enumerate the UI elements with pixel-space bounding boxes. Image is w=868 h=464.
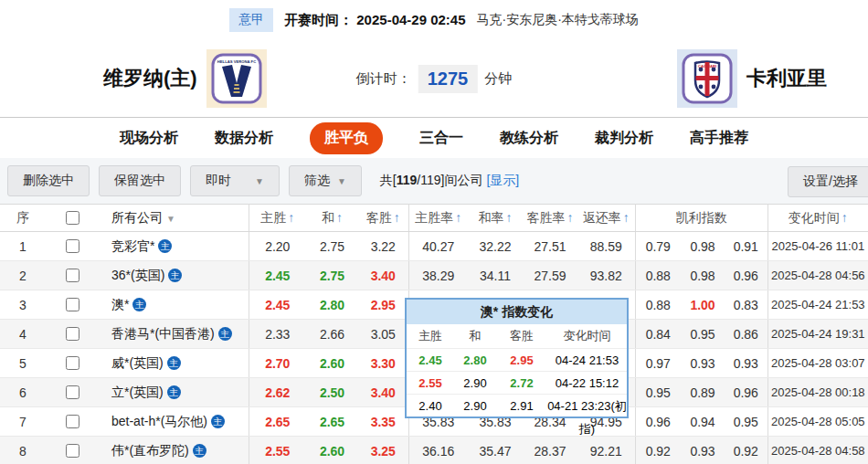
- company-name: 36*(英国): [111, 268, 164, 282]
- row-checkbox-cell: [46, 261, 99, 290]
- rate-home: 40.27: [408, 232, 468, 261]
- rate-draw: 32.22: [468, 232, 523, 261]
- home-team-logo: HELLAS VERONA FC: [206, 49, 267, 108]
- change-time: 2025-04-28 04:58: [767, 437, 868, 464]
- row-seq: 8: [0, 437, 46, 464]
- odds-away-win: 3.40: [358, 378, 408, 407]
- change-time-label: 变化时间: [789, 210, 840, 225]
- company-name-cell[interactable]: 伟*(直布罗陀)主: [99, 437, 249, 464]
- odds-home-win: 2.45: [249, 261, 306, 290]
- change-time: 2025-04-24 21:53: [767, 290, 868, 320]
- col-header-draw-rate-label: 和率: [479, 210, 504, 225]
- tab-数据分析[interactable]: 数据分析: [215, 129, 273, 148]
- odds-draw: 2.60: [306, 437, 358, 464]
- row-checkbox[interactable]: [66, 327, 79, 341]
- popup-odds-value: 2.55: [407, 372, 454, 394]
- col-header-home-win[interactable]: 主胜↑: [249, 205, 306, 232]
- match-info-bar: 意甲 开赛时间： 2025-04-29 02:45 马克·安东尼奥·本特戈蒂球场: [0, 0, 868, 40]
- col-header-return-rate[interactable]: 返还率↑: [577, 205, 635, 232]
- tab-胜平负[interactable]: 胜平负: [310, 122, 383, 154]
- popup-change-time: 04-21 23:23(初指): [547, 395, 627, 417]
- popup-col-header: 和: [454, 324, 496, 348]
- row-checkbox[interactable]: [66, 444, 79, 458]
- kelly-draw: 0.94: [681, 407, 725, 437]
- company-name: 威*(英国): [111, 355, 164, 370]
- main-company-badge-icon: 主: [158, 239, 172, 253]
- select-all-checkbox[interactable]: [66, 211, 79, 225]
- tab-三合一[interactable]: 三合一: [419, 129, 463, 148]
- kelly-away: 0.95: [725, 407, 767, 437]
- home-team-name: 维罗纳(主): [103, 65, 197, 92]
- countdown-label: 倒计时：: [356, 70, 411, 88]
- company-name-cell[interactable]: 澳*主: [99, 290, 249, 320]
- show-link[interactable]: [显示]: [486, 173, 519, 189]
- change-time: 2025-04-28 03:07: [767, 349, 868, 378]
- sort-asc-icon: ↑: [394, 210, 400, 225]
- tab-教练分析[interactable]: 教练分析: [500, 129, 558, 148]
- sort-asc-icon: ↑: [288, 210, 294, 225]
- hellas-verona-crest-icon: HELLAS VERONA FC: [211, 53, 262, 104]
- company-name-cell[interactable]: 威*(英国)主: [99, 349, 249, 378]
- kelly-home: 0.79: [635, 232, 681, 261]
- company-name-cell[interactable]: 36*(英国)主: [99, 261, 249, 290]
- company-name: 澳*: [111, 297, 129, 311]
- popup-odds-value: 2.45: [407, 349, 454, 371]
- col-header-draw[interactable]: 和↑: [306, 205, 358, 232]
- venue-name: 马克·安东尼奥·本特戈蒂球场: [477, 12, 639, 28]
- away-team: CAGLIARI 卡利亚里: [677, 49, 827, 108]
- filter-button[interactable]: 筛选▼: [289, 165, 362, 196]
- kelly-away: 0.91: [725, 232, 767, 261]
- popup-title: 澳* 指数变化: [407, 300, 627, 324]
- col-header-away-rate[interactable]: 客胜率↑: [523, 205, 577, 232]
- row-checkbox-cell: [46, 232, 99, 261]
- time-filter-dropdown[interactable]: 即时▼: [190, 165, 280, 196]
- col-header-checkbox: [46, 205, 99, 232]
- row-seq: 7: [0, 407, 46, 437]
- kelly-draw: 0.89: [681, 378, 725, 407]
- kelly-away: 0.92: [725, 437, 767, 464]
- settings-select-button[interactable]: 设置/选择: [788, 166, 868, 197]
- company-name-cell[interactable]: 香港马*(中国香港)主: [99, 320, 249, 349]
- col-header-company[interactable]: 所有公司▼: [99, 205, 249, 232]
- kelly-draw: 0.98: [681, 232, 725, 261]
- row-seq: 1: [0, 232, 46, 261]
- col-header-draw-rate[interactable]: 和率↑: [468, 205, 523, 232]
- row-checkbox[interactable]: [66, 298, 79, 311]
- odds-away-win: 3.30: [358, 349, 408, 378]
- col-header-return-rate-label: 返还率: [583, 210, 621, 225]
- sort-asc-icon: ↑: [842, 210, 848, 225]
- col-header-home-rate[interactable]: 主胜率↑: [408, 205, 468, 232]
- tab-现场分析[interactable]: 现场分析: [120, 129, 178, 148]
- col-header-away-win[interactable]: 客胜↑: [358, 205, 408, 232]
- row-checkbox-cell: [46, 437, 99, 464]
- popup-odds-value: 2.91: [496, 395, 547, 417]
- company-name-cell[interactable]: bet-at-h*(马尔他)主: [99, 407, 249, 437]
- row-checkbox[interactable]: [66, 385, 79, 399]
- rate-home: 36.16: [408, 437, 468, 464]
- row-checkbox[interactable]: [66, 239, 79, 253]
- col-header-change-time[interactable]: 变化时间↑: [767, 205, 868, 232]
- company-name-cell[interactable]: 竞彩官*主: [99, 232, 249, 261]
- match-header: 维罗纳(主) HELLAS VERONA FC 倒计时： 1275 分钟: [0, 40, 868, 117]
- odds-home-win: 2.70: [249, 349, 306, 378]
- row-checkbox[interactable]: [66, 269, 79, 282]
- company-name-cell[interactable]: 立*(英国)主: [99, 378, 249, 407]
- tab-高手推荐[interactable]: 高手推荐: [690, 129, 748, 148]
- kelly-home: 0.95: [635, 378, 681, 407]
- company-name: 香港马*(中国香港): [111, 326, 215, 341]
- league-badge[interactable]: 意甲: [229, 8, 273, 32]
- odds-draw: 2.60: [306, 349, 358, 378]
- row-checkbox-cell: [46, 320, 99, 349]
- row-checkbox[interactable]: [66, 356, 79, 370]
- delete-selected-button[interactable]: 删除选中: [7, 165, 90, 196]
- popup-data-row: 2.452.802.9504-24 21:53: [407, 348, 627, 371]
- time-filter-value: 即时: [206, 173, 231, 187]
- keep-selected-button[interactable]: 保留选中: [99, 165, 181, 196]
- company-name: 伟*(直布罗陀): [111, 443, 189, 458]
- row-checkbox-cell: [46, 290, 99, 320]
- tab-裁判分析[interactable]: 裁判分析: [595, 129, 653, 148]
- odds-home-win: 2.33: [249, 320, 306, 349]
- table-row: 1竞彩官*主2.202.753.2240.2732.2227.5188.590.…: [0, 232, 868, 261]
- odds-draw: 2.66: [306, 320, 358, 349]
- row-checkbox[interactable]: [66, 415, 79, 428]
